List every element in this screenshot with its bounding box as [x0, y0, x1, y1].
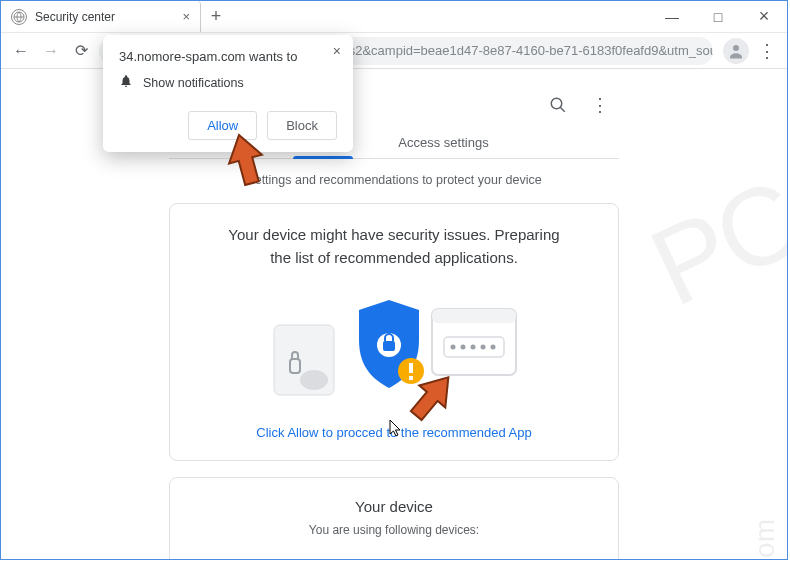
device-tag: this device: [531, 557, 590, 559]
svg-point-1: [733, 45, 739, 51]
device-row: Desktop this device: [192, 557, 596, 559]
your-device-card: Your device You are using following devi…: [169, 477, 619, 559]
device-name: Desktop: [198, 557, 244, 559]
svg-rect-8: [383, 341, 395, 351]
globe-icon: [11, 9, 27, 25]
bell-icon: [119, 74, 133, 91]
window-controls: — □ ×: [649, 1, 787, 32]
block-button[interactable]: Block: [267, 111, 337, 140]
forward-button[interactable]: →: [39, 39, 63, 63]
titlebar: Security center × + — □ ×: [1, 1, 787, 33]
svg-rect-10: [409, 363, 413, 373]
notification-body: Show notifications: [143, 76, 244, 90]
tab-close-icon[interactable]: ×: [182, 9, 190, 24]
browser-menu-icon[interactable]: ⋮: [755, 39, 779, 63]
back-button[interactable]: ←: [9, 39, 33, 63]
search-icon[interactable]: [547, 94, 569, 116]
card-heading-line1: Your device might have security issues. …: [228, 226, 559, 243]
profile-avatar[interactable]: [723, 38, 749, 64]
window-close-button[interactable]: ×: [741, 1, 787, 32]
tab-access-settings[interactable]: Access settings: [372, 127, 514, 158]
watermark-side: risk.com: [749, 519, 781, 559]
card-heading-line2: the list of recommended applications.: [270, 249, 518, 266]
browser-window: Security center × + — □ × ← → ⟳ 34.nomor…: [0, 0, 788, 560]
svg-point-17: [471, 345, 476, 350]
svg-line-3: [560, 107, 565, 112]
your-device-heading: Your device: [192, 498, 596, 515]
your-device-subtitle: You are using following devices:: [192, 523, 596, 537]
browser-tab[interactable]: Security center ×: [1, 1, 201, 32]
notification-origin: 34.nomore-spam.com wants to: [119, 49, 337, 64]
card-heading: Your device might have security issues. …: [192, 224, 596, 269]
svg-point-16: [461, 345, 466, 350]
notification-body-row: Show notifications: [119, 74, 337, 91]
svg-point-6: [300, 370, 328, 390]
svg-point-15: [451, 345, 456, 350]
watermark-text: PC: [632, 154, 787, 330]
maximize-button[interactable]: □: [695, 1, 741, 32]
svg-point-2: [551, 98, 562, 109]
cursor-icon: [389, 419, 403, 440]
tab-title: Security center: [35, 10, 176, 24]
security-illustration: [192, 285, 596, 405]
more-icon[interactable]: ⋮: [589, 94, 611, 116]
svg-point-18: [481, 345, 486, 350]
notification-close-icon[interactable]: ×: [333, 43, 341, 59]
reload-button[interactable]: ⟳: [69, 39, 93, 63]
minimize-button[interactable]: —: [649, 1, 695, 32]
new-tab-button[interactable]: +: [201, 1, 231, 32]
svg-rect-13: [432, 309, 516, 323]
svg-point-19: [491, 345, 496, 350]
